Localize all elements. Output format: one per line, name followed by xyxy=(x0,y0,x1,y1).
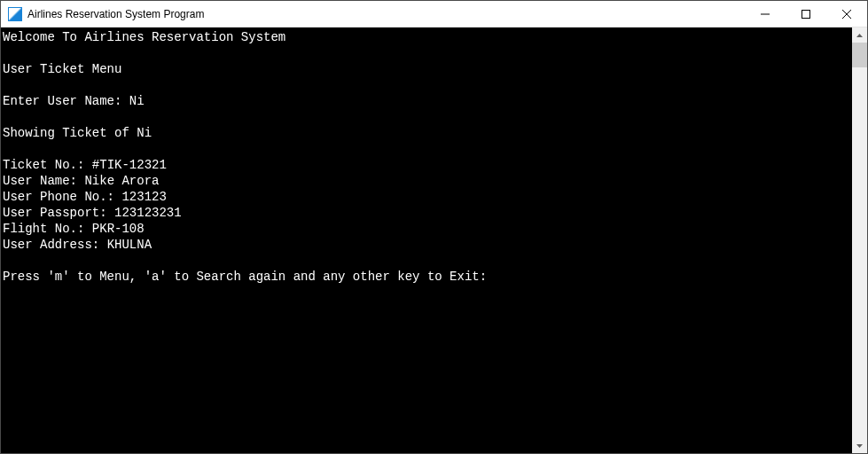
maximize-icon xyxy=(802,10,810,19)
address-value: KHULNA xyxy=(107,238,152,252)
window-title: Airlines Reservation System Program xyxy=(27,8,745,20)
enter-user-value: Ni xyxy=(129,94,145,108)
scroll-down-button[interactable] xyxy=(852,438,867,453)
blank-line xyxy=(3,141,850,157)
chevron-down-icon xyxy=(856,444,863,448)
window-controls xyxy=(745,1,867,27)
showing-label: Showing Ticket of xyxy=(3,126,137,140)
enter-user-line: Enter User Name: Ni xyxy=(3,93,850,109)
showing-user: Ni xyxy=(137,126,152,140)
minimize-button[interactable] xyxy=(745,1,786,27)
user-name-value: Nike Arora xyxy=(84,174,159,188)
scroll-track[interactable] xyxy=(852,43,867,438)
menu-title-line: User Ticket Menu xyxy=(3,61,850,77)
phone-line: User Phone No.: 123123 xyxy=(3,189,850,205)
enter-user-label: Enter User Name: xyxy=(3,94,129,108)
phone-label: User Phone No.: xyxy=(3,190,121,204)
svg-rect-0 xyxy=(802,10,810,18)
blank-line xyxy=(3,253,850,269)
showing-line: Showing Ticket of Ni xyxy=(3,125,850,141)
passport-value: 123123231 xyxy=(114,206,182,220)
close-icon xyxy=(842,10,851,19)
scroll-thumb[interactable] xyxy=(852,43,867,67)
minimize-icon xyxy=(761,10,770,19)
user-name-line: User Name: Nike Arora xyxy=(3,173,850,189)
app-icon xyxy=(8,7,22,21)
phone-value: 123123 xyxy=(121,190,166,204)
scroll-up-button[interactable] xyxy=(852,27,867,43)
close-button[interactable] xyxy=(826,1,867,27)
vertical-scrollbar[interactable] xyxy=(852,27,867,453)
user-name-label: User Name: xyxy=(3,174,84,188)
address-line: User Address: KHULNA xyxy=(3,237,850,253)
passport-line: User Passport: 123123231 xyxy=(3,205,850,221)
chevron-up-icon xyxy=(856,34,863,37)
welcome-line: Welcome To Airlines Reservation System xyxy=(3,29,850,45)
ticket-no-line: Ticket No.: #TIK-12321 xyxy=(3,157,850,173)
address-label: User Address: xyxy=(3,238,107,252)
flight-value: PKR-108 xyxy=(92,222,145,236)
console-output[interactable]: Welcome To Airlines Reservation System U… xyxy=(1,27,852,453)
maximize-button[interactable] xyxy=(786,1,826,27)
titlebar[interactable]: Airlines Reservation System Program xyxy=(1,1,867,27)
ticket-no-value: #TIK-12321 xyxy=(92,158,167,172)
flight-label: Flight No.: xyxy=(3,222,92,236)
flight-line: Flight No.: PKR-108 xyxy=(3,221,850,237)
passport-label: User Passport: xyxy=(3,206,114,220)
blank-line xyxy=(3,45,850,61)
blank-line xyxy=(3,77,850,93)
ticket-no-label: Ticket No.: xyxy=(3,158,92,172)
blank-line xyxy=(3,109,850,125)
footer-prompt-line: Press 'm' to Menu, 'a' to Search again a… xyxy=(3,269,850,285)
app-window: Airlines Reservation System Program Welc… xyxy=(0,0,868,454)
client-area: Welcome To Airlines Reservation System U… xyxy=(1,27,867,453)
